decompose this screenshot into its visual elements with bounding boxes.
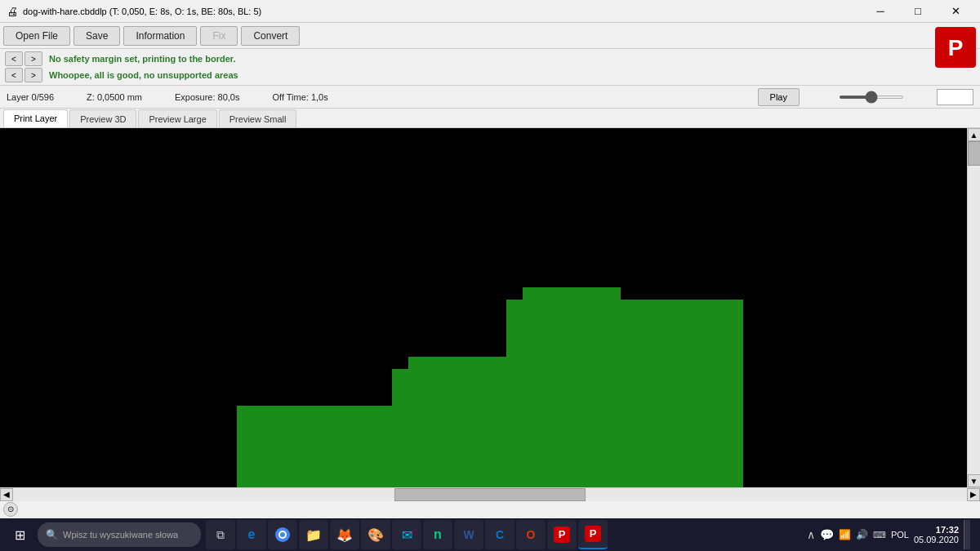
scroll-down-arrow[interactable]: ▼: [968, 474, 981, 487]
notif-prev-1[interactable]: <: [5, 51, 23, 66]
svg-rect-10: [678, 332, 743, 487]
app-icon: 🖨: [7, 5, 18, 18]
svg-point-16: [280, 532, 285, 537]
tray-keyboard[interactable]: ⌨: [873, 530, 886, 540]
minimize-button[interactable]: ─: [862, 0, 898, 23]
layer-info-bar: Layer 0/596 Z: 0,0500 mm Exposure: 80,0s…: [0, 86, 980, 109]
exposure-label: Exposure: 80,0s: [175, 92, 240, 102]
taskbar-search[interactable]: 🔍 Wpisz tu wyszukiwane słowa: [38, 522, 201, 547]
svg-rect-5: [523, 287, 621, 328]
tray-chevron[interactable]: ∧: [807, 528, 815, 541]
taskbar-printer-app[interactable]: P: [547, 520, 577, 549]
language-indicator[interactable]: POL: [891, 530, 909, 540]
taskbar-mail[interactable]: ✉: [392, 520, 421, 549]
taskbar-napp[interactable]: n: [423, 520, 452, 549]
scroll-right-arrow[interactable]: ▶: [967, 488, 980, 501]
tray-volume[interactable]: 🔊: [856, 529, 868, 540]
svg-text:P: P: [590, 527, 597, 540]
taskbar-cortana[interactable]: C: [485, 520, 514, 549]
speed-input[interactable]: 0: [937, 89, 973, 105]
status-icon[interactable]: ⊙: [3, 502, 18, 517]
tab-preview-large[interactable]: Preview Large: [138, 109, 216, 127]
convert-button[interactable]: Convert: [241, 26, 300, 46]
taskbar-apps: ⧉ e 📁 🦊 🎨 ✉ n W C: [206, 520, 608, 549]
notification-1: No safety margin set, printing to the bo…: [49, 54, 236, 64]
open-file-button[interactable]: Open File: [3, 26, 70, 46]
tray-message[interactable]: 💬: [820, 528, 834, 541]
svg-rect-12: [506, 406, 678, 430]
layer-label: Layer 0/596: [7, 92, 54, 102]
v-scroll-track[interactable]: [968, 141, 981, 474]
taskbar-word[interactable]: W: [454, 520, 483, 549]
taskbar-edge[interactable]: e: [237, 520, 266, 549]
svg-rect-9: [237, 406, 278, 487]
taskbar-chrome[interactable]: [268, 520, 297, 549]
scroll-up-arrow[interactable]: ▲: [968, 128, 981, 141]
horizontal-scrollbar[interactable]: ◀ ▶: [0, 487, 980, 500]
svg-text:P: P: [559, 528, 566, 540]
search-icon: 🔍: [46, 529, 58, 540]
information-button[interactable]: Information: [123, 26, 197, 46]
save-button[interactable]: Save: [74, 26, 120, 46]
speed-slider-container: [839, 96, 904, 99]
taskbar-explorer[interactable]: 📁: [299, 520, 328, 549]
z-label: Z: 0,0500 mm: [87, 92, 142, 102]
h-scroll-track[interactable]: [13, 488, 967, 501]
vertical-scrollbar[interactable]: ▲ ▼: [967, 128, 980, 487]
toolbar: Open File Save Information Fix Convert: [0, 23, 980, 49]
scroll-left-arrow[interactable]: ◀: [0, 488, 13, 501]
off-time-label: Off Time: 1,0s: [272, 92, 327, 102]
notif-prev-2[interactable]: <: [5, 68, 23, 82]
v-scroll-thumb[interactable]: [968, 141, 981, 166]
notif-next-2[interactable]: >: [24, 68, 42, 82]
taskbar-task-view[interactable]: ⧉: [206, 520, 235, 549]
play-button[interactable]: Play: [758, 88, 800, 106]
maximize-button[interactable]: □: [900, 0, 936, 23]
canvas-area: ▲ ▼: [0, 128, 980, 487]
svg-rect-11: [392, 369, 514, 410]
app-logo: P: [931, 23, 980, 72]
taskbar-firefox[interactable]: 🦊: [330, 520, 359, 549]
notifications-area: < > No safety margin set, printing to th…: [0, 49, 980, 86]
tray-network[interactable]: 📶: [839, 529, 851, 540]
taskbar-app-active[interactable]: P: [578, 520, 608, 549]
close-button[interactable]: ✕: [938, 0, 973, 23]
tab-print-layer[interactable]: Print Layer: [3, 109, 68, 127]
taskbar-clock[interactable]: 17:32 05.09.2020: [914, 525, 959, 544]
status-bar: ⊙: [0, 500, 980, 517]
speed-slider[interactable]: [839, 96, 904, 99]
tab-bar: Print Layer Preview 3D Preview Large Pre…: [0, 109, 980, 128]
show-desktop-button[interactable]: [964, 520, 970, 549]
notification-2: Whoopee, all is good, no unsupported are…: [49, 70, 238, 80]
taskbar-outlook[interactable]: O: [516, 520, 546, 549]
taskbar-paint3d[interactable]: 🎨: [361, 520, 390, 549]
h-scroll-thumb[interactable]: [394, 488, 586, 501]
start-button[interactable]: ⊞: [3, 520, 36, 549]
tab-preview-3d[interactable]: Preview 3D: [69, 109, 136, 127]
notif-next-1[interactable]: >: [24, 51, 42, 66]
title-bar: 🖨 dog-with-hare.cbddlp (T: 0,050, E: 8s,…: [0, 0, 980, 23]
taskbar: ⊞ 🔍 Wpisz tu wyszukiwane słowa ⧉ e 📁 🦊 🎨: [0, 518, 980, 551]
tab-preview-small[interactable]: Preview Small: [219, 109, 297, 127]
taskbar-tray: ∧ 💬 📶 🔊 ⌨ POL 17:32 05.09.2020: [807, 520, 977, 549]
fix-button: Fix: [200, 26, 238, 46]
svg-text:P: P: [948, 35, 964, 60]
title-text: dog-with-hare.cbddlp (T: 0,050, E: 8s, O…: [23, 7, 261, 16]
search-placeholder-text: Wpisz tu wyszukiwane słowa: [63, 530, 178, 540]
